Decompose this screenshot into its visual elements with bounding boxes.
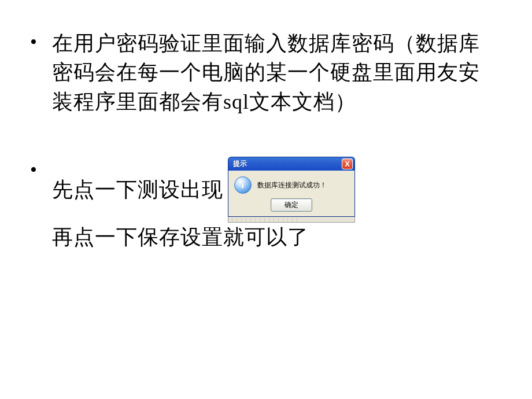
bullet-item-1: • 在用户密码验证里面输入数据库密码（数据库密码会在每一个电脑的某一个硬盘里面用… [52,29,497,116]
dialog-content-row: i 数据库连接测试成功！ [234,176,349,194]
info-icon-circle: i [234,176,252,194]
bullet-marker: • [30,32,37,52]
close-button[interactable]: X [342,158,353,169]
bullet-item-2: • 先点一下测设出现 提示 X i [52,157,497,252]
dialog-body: i 数据库连接测试成功！ 确定 [228,171,355,217]
info-icon: i [234,176,252,194]
bullet-marker: • [30,160,37,180]
bullet-1-text: 在用户密码验证里面输入数据库密码（数据库密码会在每一个电脑的某一个硬盘里面用友安… [52,29,497,116]
bullet-2-content: 先点一下测设出现 提示 X i 数据库连接测试成功！ [52,157,497,252]
bullet-2-text-after: 再点一下保存设置就可以了 [52,223,309,252]
dialog-title: 提示 [233,159,247,169]
ok-button[interactable]: 确定 [271,198,312,212]
dialog-bottom-strip [228,217,355,223]
bullet-2-text-before: 先点一下测设出现 [52,175,223,204]
dialog-button-row: 确定 [234,198,349,212]
close-icon: X [345,160,350,168]
info-icon-glyph: i [241,179,244,191]
slide: • 在用户密码验证里面输入数据库密码（数据库密码会在每一个电脑的某一个硬盘里面用… [0,0,532,399]
dialog-titlebar: 提示 X [228,157,355,171]
xp-dialog: 提示 X i 数据库连接测试成功！ 确 [228,157,355,223]
dialog-message: 数据库连接测试成功！ [257,180,327,190]
